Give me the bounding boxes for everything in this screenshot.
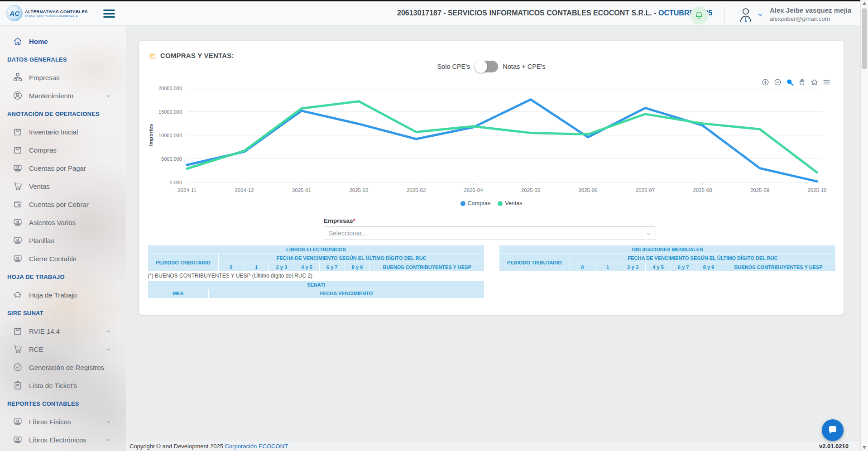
sidebar-item-libros-electronicos[interactable]: Libros Electrónicos <box>0 431 126 449</box>
x-tick-label: 2025-09 <box>750 187 769 193</box>
notifications-button[interactable] <box>690 6 708 24</box>
legend-item-compras[interactable]: Compras <box>460 200 491 206</box>
user-avatar[interactable] <box>736 5 755 24</box>
compras-ventas-card: COMPRAS Y VENTAS: Solo CPE's Notas + CPE… <box>139 41 844 315</box>
sidebar-item-rce[interactable]: RCE <box>0 340 126 358</box>
sidebar-item-hoja-de-trabajo[interactable]: Hoja de Trabajo <box>0 286 126 304</box>
ecocont-link[interactable]: Corporación ECOCONT. <box>225 443 289 450</box>
legend-marker <box>498 201 503 206</box>
sidebar-item-inventario-inicial[interactable]: Inventario Inicial <box>0 123 126 141</box>
x-tick-label: 2024-11 <box>177 187 196 193</box>
obligaciones-col-0: 0 <box>570 263 595 271</box>
select-placeholder: Seleccionar... <box>324 230 642 237</box>
person-icon <box>736 5 755 24</box>
pan-icon[interactable] <box>798 78 806 86</box>
y-tick-label: 0.000 <box>169 180 182 185</box>
libros-col-1: 1 <box>244 263 269 271</box>
app-logo[interactable]: AC ALTERNATIVAS CONTABLES PORTAL WEB CON… <box>6 5 88 21</box>
sidebar-item-empresas[interactable]: Empresas <box>0 68 126 86</box>
libros-col-8-y-9: 8 y 9 <box>345 263 370 271</box>
menu-icon[interactable] <box>822 78 831 86</box>
card-title: COMPRAS Y VENTAS: <box>160 52 234 59</box>
copyright-text: Copyright © and Development 2025 Corpora… <box>126 443 289 450</box>
libros-col-buenos-contribuyentes-y-uesp: BUENOS CONTRIBUYENTES Y UESP <box>370 263 484 271</box>
banknote-icon <box>13 235 23 245</box>
sidebar-section-hoja-de-trabajo: HOJA DE TRABAJO <box>0 268 126 286</box>
obligaciones-col-4-y-5: 4 y 5 <box>646 263 671 271</box>
toggle-label-solo-cpes: Solo CPE's <box>437 63 470 70</box>
scrollbar-thumb[interactable] <box>862 8 867 69</box>
select-divider <box>642 230 642 237</box>
sidebar-item-label: Hoja de Trabajo <box>29 291 77 299</box>
shopping-bag-icon <box>13 326 23 336</box>
obligaciones-col-2-y-3: 2 y 3 <box>620 263 646 271</box>
legend-item-ventas[interactable]: Ventas <box>498 200 522 206</box>
shopping-bag-icon <box>13 145 23 155</box>
y-tick-label: 5000.000 <box>161 156 182 162</box>
sidebar-item-label: Cuentas por Cobrar <box>29 201 89 208</box>
banknote-icon <box>13 217 23 227</box>
x-tick-label: 2025-07 <box>636 187 655 193</box>
sidebar-item-rvie-14-4[interactable]: RVIE 14.4 <box>0 322 126 340</box>
sidebar-item-cuentas-por-pagar[interactable]: Cuentas por Pagar <box>0 159 126 177</box>
reset-zoom-icon[interactable] <box>810 78 819 86</box>
top-header: AC ALTERNATIVAS CONTABLES PORTAL WEB CON… <box>0 1 860 26</box>
x-tick-label: 2025-02 <box>349 187 368 193</box>
user-email: alexjeiber@gmail.com <box>770 15 830 22</box>
chat-bubble-icon <box>827 425 838 436</box>
sidebar-item-generacion-de-registros[interactable]: Generación de Registros <box>0 358 126 376</box>
chevron-down-icon[interactable] <box>646 230 652 236</box>
cpe-mode-toggle[interactable] <box>475 61 498 72</box>
scrollbar-down-arrow[interactable] <box>863 446 866 449</box>
sidebar-item-cuentas-por-cobrar[interactable]: Cuentas por Cobrar <box>0 195 126 213</box>
x-tick-label: 2025-10 <box>807 187 826 193</box>
sidebar-item-planillas[interactable]: Planillas <box>0 231 126 249</box>
sidebar-section-datos-generales: DATOS GENERALES <box>0 50 126 68</box>
sidebar-section-sire-sunat: SIRE SUNAT <box>0 304 126 322</box>
table-title: SENATI <box>148 281 484 289</box>
zoom-out-icon[interactable] <box>773 78 782 86</box>
user-circle-icon <box>13 91 23 101</box>
selection-zoom-icon[interactable] <box>786 78 794 86</box>
home-icon <box>13 36 23 46</box>
y-tick-label: 20000.000 <box>158 86 182 91</box>
banknote-icon <box>13 417 23 427</box>
sidebar-item-mantenimiento[interactable]: Mantenimiento <box>0 86 126 105</box>
sidebar-item-ventas[interactable]: Ventas <box>0 177 126 195</box>
sidebar-item-libros-fisicos[interactable]: Libros Físicos <box>0 413 126 431</box>
sidebar-item-home[interactable]: Home <box>0 32 126 50</box>
obligaciones-col-1: 1 <box>595 263 620 271</box>
x-tick-label: 2025-01 <box>292 187 311 193</box>
window-scrollbar[interactable] <box>860 0 868 451</box>
chevron-down-icon <box>106 92 111 98</box>
chevron-down-icon <box>106 328 111 334</box>
sidebar-item-label: Home <box>29 38 48 45</box>
chevron-down-icon <box>106 346 111 352</box>
sidebar-item-lista-de-ticket-s[interactable]: Lista de Ticket's <box>0 376 126 394</box>
company-period-title: 20613017187 - SERVICIOS INFORMATICOS CON… <box>397 9 712 17</box>
empresas-label: Empresas* <box>324 217 355 224</box>
chart-line-ventas[interactable] <box>187 101 817 173</box>
sidebar-item-cierre-contable[interactable]: Cierre Contable <box>0 249 126 268</box>
menu-toggle-icon[interactable] <box>103 10 115 19</box>
empresas-select[interactable]: Seleccionar... <box>324 226 656 240</box>
senati-col-fecha-vencimiento: FECHA VENCIMIENTO <box>208 289 484 298</box>
sidebar-item-label: Mantenimiento <box>29 92 73 100</box>
header-divider <box>724 7 725 24</box>
compras-ventas-chart[interactable]: 20000.00015000.00010000.0005000.0000.000… <box>139 73 844 200</box>
piggy-bank-icon <box>13 290 23 300</box>
main-content: COMPRAS Y VENTAS: Solo CPE's Notas + CPE… <box>126 26 860 441</box>
scrollbar-up-arrow[interactable] <box>863 2 866 5</box>
chat-button[interactable] <box>822 419 844 441</box>
sidebar-item-label: Inventario Inicial <box>29 128 78 136</box>
chevron-down-icon <box>106 418 111 424</box>
zoom-in-icon[interactable] <box>761 78 770 86</box>
wallet-icon <box>13 199 23 209</box>
sidebar-item-asientos-varios[interactable]: Asientos Varios <box>0 213 126 231</box>
sidebar-item-label: Cuentas por Pagar <box>29 164 86 172</box>
sidebar-item-compras[interactable]: Compras <box>0 141 126 159</box>
logo-swirl-icon: AC <box>6 5 23 21</box>
user-menu-chevron-icon[interactable] <box>757 12 763 18</box>
footer-bar: Copyright © and Development 2025 Corpora… <box>126 441 860 451</box>
sidebar-item-label: Lista de Ticket's <box>29 382 77 389</box>
